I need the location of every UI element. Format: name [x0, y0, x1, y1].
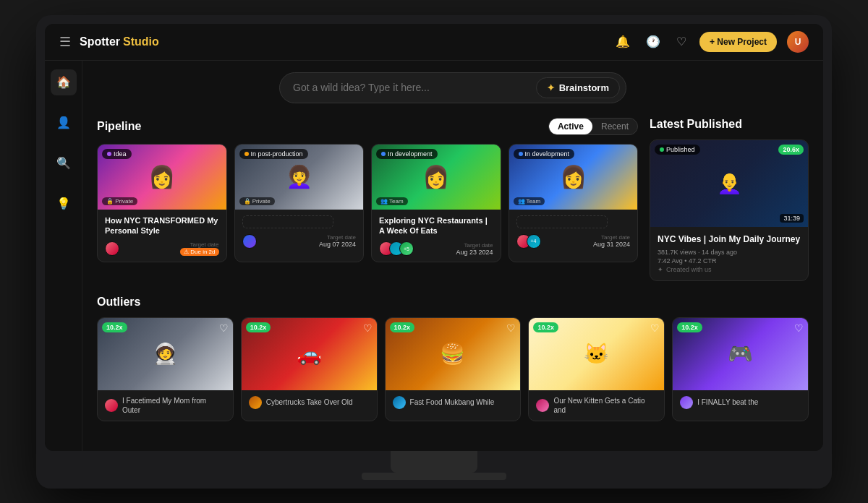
topbar: ☰ Spotter Studio 🔔 🕐 ♡ + New Project U: [45, 24, 823, 61]
outlier-card-5[interactable]: 🎮 10.2x ♡ I FINALLY beat the: [672, 317, 809, 421]
pipeline-header: Pipeline Active Recent: [97, 118, 638, 135]
card-date-label-3: Target date: [456, 242, 493, 249]
sidebar-item-search[interactable]: 🔍: [51, 150, 77, 176]
badge-label-2: In post-production: [251, 150, 303, 158]
outlier-card-4[interactable]: 🐱 10.2x ♡ Our New Kitten Gets a Catio an…: [528, 317, 665, 421]
outlier-card-2[interactable]: 🚗 10.2x ♡ Cybertrucks Take Over Old: [241, 317, 378, 421]
latest-multiplier: 20.6x: [778, 145, 804, 155]
search-bar: ✦ Brainstorm: [279, 72, 626, 103]
star-icon: ✦: [658, 266, 663, 273]
outlier-heart-5[interactable]: ♡: [794, 322, 804, 334]
card-date-value-3: Aug 23 2024: [456, 249, 493, 256]
outliers-title: Outliers: [97, 296, 809, 309]
outlier-channel-5: [680, 396, 693, 409]
outlier-channel-1: [105, 399, 118, 412]
favorites-icon[interactable]: ♡: [673, 32, 689, 51]
sidebar-item-ideas[interactable]: 💡: [51, 191, 77, 217]
logo-studio: Studio: [123, 35, 159, 48]
sidebar: 🏠 👤 🔍 💡: [45, 61, 82, 451]
created-label: Created with us: [666, 266, 712, 273]
published-badge-dot: [660, 147, 664, 152]
card-image-1: 👩 Idea 🔒 Private: [98, 145, 226, 210]
outlier-heart-3[interactable]: ♡: [506, 322, 516, 334]
menu-icon[interactable]: ☰: [59, 34, 71, 50]
card-body-2: Target date Aug 07 2024: [235, 210, 364, 254]
card-date-1: Target date ⚠ Due in 2d: [180, 241, 218, 256]
latest-published-header: Latest Published: [650, 118, 809, 131]
card-date-value-2: Aug 07 2024: [319, 241, 356, 248]
due-badge-1: ⚠ Due in 2d: [180, 248, 218, 256]
card-avatar-small: [105, 241, 119, 256]
latest-views: 381.7K views · 14 days ago: [658, 249, 801, 256]
outlier-channel-2: [249, 396, 262, 409]
outlier-footer-1: I Facetimed My Mom from Outer: [98, 390, 233, 421]
card-date-3: Target date Aug 23 2024: [456, 242, 493, 256]
pipeline-toggle: Active Recent: [548, 118, 638, 135]
card-footer-1: Target date ⚠ Due in 2d: [105, 241, 219, 256]
badge-label-3: In development: [388, 150, 433, 158]
outlier-text-4: Our New Kitten Gets a Catio and: [553, 396, 657, 415]
outlier-multiplier-3: 10.2x: [390, 322, 415, 332]
content-area: ✦ Brainstorm Pipeline Active Recent: [82, 61, 823, 451]
card-badge-1: Idea: [102, 149, 132, 159]
latest-card-body: NYC Vibes | Join My Daily Journey 381.7K…: [650, 227, 808, 280]
toggle-active[interactable]: Active: [549, 119, 592, 134]
outlier-channel-3: [393, 396, 406, 409]
latest-duration: 31:39: [780, 214, 804, 223]
outlier-footer-3: Fast Food Mukbang While: [386, 390, 521, 415]
card-access-1: 🔒 Private: [102, 197, 137, 205]
outlier-heart-2[interactable]: ♡: [363, 322, 373, 334]
pipeline-card-4[interactable]: 👩 In development 👥 Team: [509, 144, 639, 263]
card-body-4: +4 Target date Aug 31 2024: [509, 210, 638, 254]
monitor-base: [362, 473, 506, 480]
outliers-grid: 🧑‍🚀 10.2x ♡ I Facetimed My Mom from Oute…: [97, 317, 809, 421]
outlier-img-1: 🧑‍🚀 10.2x ♡: [98, 318, 233, 390]
notifications-icon[interactable]: 🔔: [613, 32, 633, 51]
history-icon[interactable]: 🕐: [643, 32, 663, 51]
latest-img-decoration: 👩‍🦲: [717, 171, 742, 195]
outlier-card-1[interactable]: 🧑‍🚀 10.2x ♡ I Facetimed My Mom from Oute…: [97, 317, 234, 421]
logo-spotter: Spotter: [80, 35, 120, 48]
badge-dot-2: [244, 152, 249, 156]
toggle-recent[interactable]: Recent: [592, 119, 637, 134]
card-image-2: 👩‍🦱 In post-production 🔒 Private: [235, 145, 364, 210]
pipeline-panel: Pipeline Active Recent 👩: [97, 118, 638, 263]
sidebar-item-profile[interactable]: 👤: [51, 110, 77, 136]
avatar[interactable]: U: [787, 31, 809, 53]
pipeline-card-3[interactable]: 👩 In development 👥 Team Exploring NYC Re…: [371, 144, 501, 263]
badge-dot-4: [519, 152, 523, 156]
search-input[interactable]: [293, 82, 536, 93]
outlier-text-1: I Facetimed My Mom from Outer: [122, 396, 226, 415]
badge-label-1: Idea: [114, 150, 127, 158]
badge-label-4: In development: [525, 150, 570, 158]
latest-published-badge: Published: [655, 145, 700, 155]
outlier-card-3[interactable]: 🍔 10.2x ♡ Fast Food Mukbang While: [385, 317, 522, 421]
card-title-placeholder-2: [242, 215, 333, 228]
card-avatar-s4b: +4: [527, 234, 541, 249]
outlier-heart-4[interactable]: ♡: [650, 322, 660, 334]
outlier-img-4: 🐱 10.2x ♡: [529, 318, 664, 390]
sparkle-icon: ✦: [547, 82, 555, 93]
outlier-channel-4: [536, 399, 549, 412]
pipeline-card[interactable]: 👩 Idea 🔒 Private How NYC TRANSFORMED My …: [97, 144, 227, 263]
card-access-3: 👥 Team: [376, 197, 408, 205]
card-date-4: Target date Aug 31 2024: [593, 234, 630, 248]
latest-published-card[interactable]: 👩‍🦲 Published 20.6x 31:39 NYC Vi: [650, 139, 809, 281]
badge-dot-3: [381, 152, 386, 156]
outlier-text-2: Cybertrucks Take Over Old: [266, 397, 353, 407]
card-avatars-3: +5: [379, 241, 414, 256]
card-avatars-1: [105, 241, 119, 256]
brainstorm-button[interactable]: ✦ Brainstorm: [536, 77, 620, 98]
card-date-2: Target date Aug 07 2024: [319, 234, 356, 248]
new-project-button[interactable]: + New Project: [699, 32, 777, 52]
outlier-img-2: 🚗 10.2x ♡: [242, 318, 377, 390]
outlier-heart-1[interactable]: ♡: [219, 322, 229, 334]
search-bar-wrap: ✦ Brainstorm: [97, 72, 809, 103]
card-date-value-4: Aug 31 2024: [593, 241, 630, 248]
outlier-footer-2: Cybertrucks Take Over Old: [242, 390, 377, 415]
topbar-right: 🔔 🕐 ♡ + New Project U: [613, 31, 809, 53]
logo: Spotter Studio: [80, 35, 159, 48]
sidebar-item-home[interactable]: 🏠: [51, 69, 77, 95]
latest-card-image: 👩‍🦲 Published 20.6x 31:39: [650, 140, 808, 227]
pipeline-card-2[interactable]: 👩‍🦱 In post-production 🔒 Private: [234, 144, 365, 263]
